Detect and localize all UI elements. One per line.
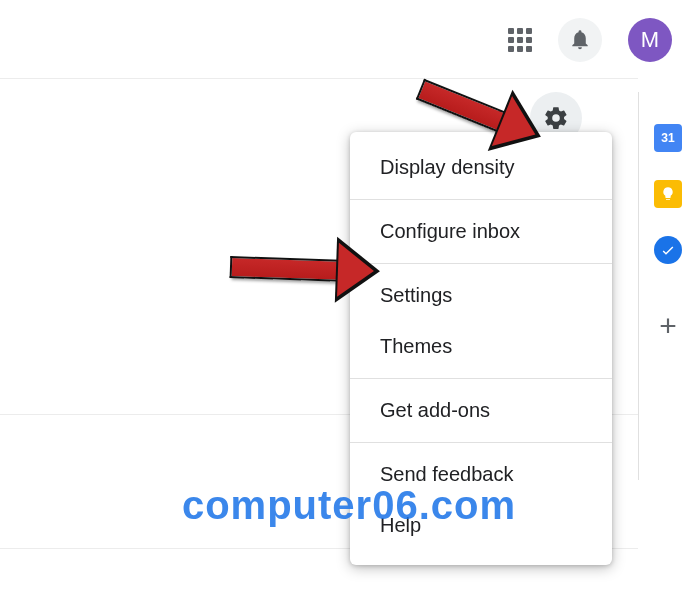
menu-divider (350, 263, 612, 264)
keep-addon[interactable] (654, 180, 682, 208)
check-icon (660, 242, 676, 258)
menu-divider (350, 378, 612, 379)
account-avatar[interactable]: M (628, 18, 672, 62)
menu-item-display-density[interactable]: Display density (350, 142, 612, 193)
menu-item-help[interactable]: Help (350, 500, 612, 551)
menu-divider (350, 199, 612, 200)
avatar-letter: M (641, 27, 659, 53)
menu-item-configure-inbox[interactable]: Configure inbox (350, 206, 612, 257)
apps-icon[interactable] (508, 28, 532, 52)
notifications-button[interactable] (558, 18, 602, 62)
settings-menu: Display density Configure inbox Settings… (350, 132, 612, 565)
divider (0, 78, 638, 79)
tasks-addon[interactable] (654, 236, 682, 264)
annotation-arrow (230, 256, 341, 282)
menu-item-send-feedback[interactable]: Send feedback (350, 449, 612, 500)
bell-icon (569, 29, 591, 51)
calendar-icon: 31 (661, 131, 674, 145)
side-panel: 31 + (638, 78, 698, 480)
menu-item-get-addons[interactable]: Get add-ons (350, 385, 612, 436)
plus-icon: + (659, 309, 677, 343)
bulb-icon (660, 186, 676, 202)
add-addon-button[interactable]: + (654, 312, 682, 340)
menu-item-settings[interactable]: Settings (350, 270, 612, 321)
calendar-addon[interactable]: 31 (654, 124, 682, 152)
menu-divider (350, 442, 612, 443)
header-actions: M (508, 18, 672, 62)
menu-item-themes[interactable]: Themes (350, 321, 612, 372)
